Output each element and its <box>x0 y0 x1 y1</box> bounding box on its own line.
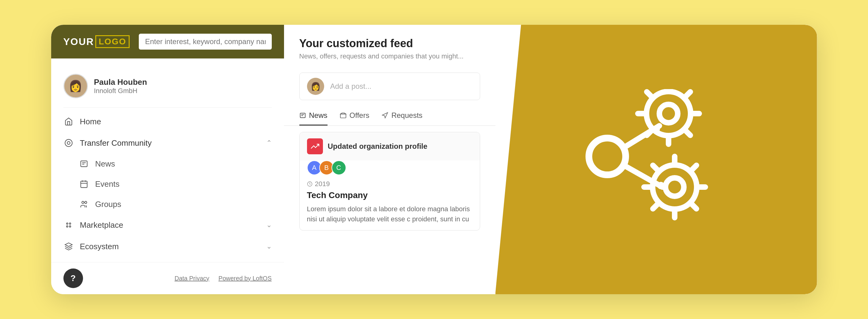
search-input[interactable] <box>145 37 265 46</box>
powered-by-link[interactable]: Powered by LoftOS <box>218 275 272 282</box>
feed-tabs: News Offers Requests <box>284 106 495 126</box>
svg-point-14 <box>69 226 71 227</box>
nav-divider <box>63 107 272 108</box>
post-input-placeholder[interactable]: Add a post... <box>330 82 472 91</box>
sidebar-item-knowledge-transfer[interactable]: Knowledge Transfer & Coaching <box>51 257 284 262</box>
logo: YOUR LOGO <box>63 35 130 48</box>
sidebar-item-groups-label: Groups <box>95 200 121 209</box>
svg-line-31 <box>684 129 690 135</box>
svg-point-33 <box>665 178 684 196</box>
svg-point-23 <box>659 104 678 123</box>
card-company-name: Tech Company <box>300 190 480 204</box>
org-avatars: A B C <box>300 160 480 175</box>
svg-point-12 <box>69 223 71 224</box>
sidebar-item-home-label: Home <box>80 117 272 126</box>
card-year-value: 2019 <box>315 180 330 188</box>
card-text: Lorem ipsum dolor sit a labore et dolore… <box>300 204 480 230</box>
sidebar-item-groups[interactable]: Groups <box>51 194 284 214</box>
tab-news-label: News <box>309 111 328 120</box>
help-button[interactable]: ? <box>63 268 83 288</box>
svg-point-9 <box>82 201 84 203</box>
logo-box: LOGO <box>95 35 130 48</box>
ecosystem-icon <box>63 241 74 252</box>
sidebar-item-marketplace[interactable]: Marketplace ⌄ <box>51 214 284 236</box>
svg-line-41 <box>690 203 696 209</box>
feed-subtitle: News, offers, requests and companies tha… <box>299 52 480 60</box>
sidebar-item-ecosystem-label: Ecosystem <box>80 242 260 251</box>
svg-point-46 <box>657 182 664 189</box>
svg-line-38 <box>653 165 659 171</box>
sidebar-item-news[interactable]: News <box>51 154 284 174</box>
sidebar-item-ecosystem[interactable]: Ecosystem ⌄ <box>51 236 284 257</box>
transfer-icon-graphic <box>564 83 748 236</box>
sidebar-item-events[interactable]: Events <box>51 174 284 194</box>
right-golden-panel <box>495 25 817 294</box>
tab-requests-label: Requests <box>391 111 422 120</box>
svg-rect-5 <box>81 181 87 188</box>
svg-line-40 <box>653 203 659 209</box>
post-composer[interactable]: 👩 Add a post... <box>299 72 480 100</box>
svg-point-11 <box>66 223 68 224</box>
svg-point-10 <box>85 201 87 203</box>
sidebar-item-transfer-community-label: Transfer Community <box>80 138 260 148</box>
sidebar-footer: ? Data Privacy Powered by LoftOS <box>51 262 284 294</box>
user-info: Paula Houben Innoloft GmbH <box>94 77 147 95</box>
svg-line-29 <box>684 92 690 98</box>
user-company: Innoloft GmbH <box>94 87 147 95</box>
app-window: YOUR LOGO 👩 Paula Houben Innoloft GmbH <box>51 25 817 294</box>
chevron-up-icon: ⌃ <box>266 139 272 147</box>
feed-header: Your customized feed News, offers, reque… <box>284 25 495 66</box>
user-name: Paula Houben <box>94 77 147 87</box>
avatar: 👩 <box>63 74 88 98</box>
svg-point-0 <box>65 139 72 146</box>
svg-point-45 <box>653 125 660 133</box>
groups-icon <box>79 199 89 210</box>
marketplace-icon <box>63 220 74 230</box>
tab-news[interactable]: News <box>299 106 328 126</box>
tab-requests[interactable]: Requests <box>381 106 422 126</box>
svg-line-39 <box>690 165 696 171</box>
footer-links: Data Privacy Powered by LoftOS <box>175 275 272 282</box>
svg-line-28 <box>647 92 653 98</box>
main-content: Your customized feed News, offers, reque… <box>284 25 495 294</box>
svg-rect-20 <box>340 114 346 118</box>
user-section: 👩 Paula Houben Innoloft GmbH <box>51 68 284 107</box>
svg-point-13 <box>66 226 68 227</box>
feed-title: Your customized feed <box>299 37 480 50</box>
events-icon <box>79 179 89 189</box>
org-avatar-3: C <box>332 160 346 175</box>
news-icon <box>79 159 89 169</box>
post-composer-avatar: 👩 <box>307 78 324 95</box>
tab-offers-label: Offers <box>349 111 370 120</box>
sidebar-item-events-label: Events <box>95 180 120 189</box>
sidebar-item-marketplace-label: Marketplace <box>80 220 260 230</box>
card-header: Updated organization profile <box>300 132 480 160</box>
top-bar: YOUR LOGO <box>51 25 284 59</box>
svg-rect-17 <box>300 113 305 118</box>
home-icon <box>63 116 74 127</box>
left-panel: YOUR LOGO 👩 Paula Houben Innoloft GmbH <box>51 25 284 294</box>
svg-point-1 <box>67 141 70 144</box>
sidebar-item-news-label: News <box>95 159 115 169</box>
svg-point-42 <box>589 138 626 175</box>
chevron-down-ecosystem-icon: ⌄ <box>266 243 272 250</box>
sidebar-item-home[interactable]: Home <box>51 111 284 132</box>
card-icon <box>307 138 323 154</box>
tab-offers[interactable]: Offers <box>340 106 370 126</box>
svg-rect-2 <box>81 161 87 167</box>
sidebar-item-transfer-community[interactable]: Transfer Community ⌃ <box>51 132 284 154</box>
feed-card: Updated organization profile A B C 2019 … <box>299 132 480 230</box>
feed-content: Updated organization profile A B C 2019 … <box>284 126 495 237</box>
search-bar[interactable] <box>139 34 272 50</box>
chevron-down-marketplace-icon: ⌄ <box>266 221 272 229</box>
card-year: 2019 <box>300 175 480 190</box>
card-badge-title: Updated organization profile <box>328 142 427 151</box>
logo-your: YOUR <box>63 36 94 47</box>
data-privacy-link[interactable]: Data Privacy <box>175 275 209 282</box>
sidebar: 👩 Paula Houben Innoloft GmbH Home <box>51 59 284 262</box>
transfer-community-icon <box>63 138 74 148</box>
